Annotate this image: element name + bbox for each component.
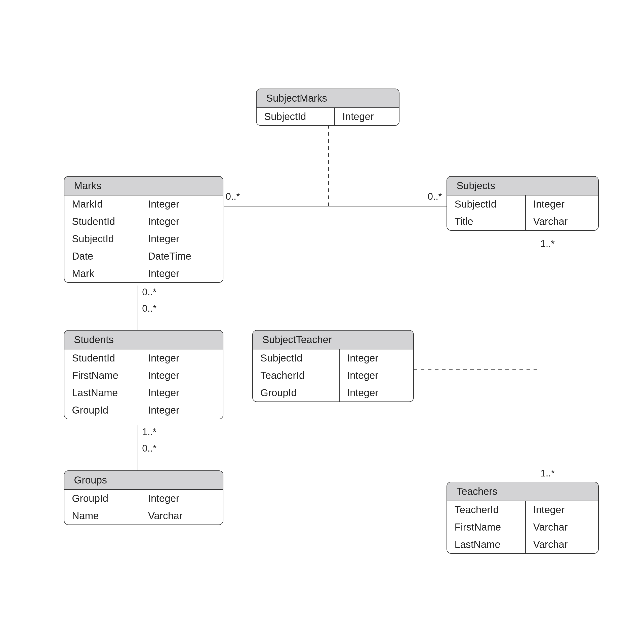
field-type: Integer — [335, 108, 399, 125]
entity-title: SubjectTeacher — [253, 331, 413, 349]
field-name: StudentId — [64, 349, 140, 367]
multiplicity-label: 0..* — [142, 287, 156, 298]
field-type: Integer — [140, 230, 223, 248]
entity-title: Teachers — [447, 482, 598, 501]
field-name: LastName — [447, 536, 525, 553]
multiplicity-label: 0..* — [142, 443, 156, 454]
field-type: Varchar — [526, 213, 598, 230]
field-name: Title — [447, 213, 525, 230]
field-type: Varchar — [526, 536, 598, 553]
field-type: Integer — [140, 401, 223, 419]
field-name: Mark — [64, 265, 140, 282]
entity-title: Groups — [64, 471, 223, 490]
field-name: FirstName — [64, 367, 140, 384]
entity-students: Students StudentId FirstName LastName Gr… — [64, 330, 223, 419]
field-name: GroupId — [64, 490, 140, 507]
entity-teachers: Teachers TeacherId FirstName LastName In… — [447, 482, 599, 554]
field-type: Integer — [340, 384, 413, 401]
field-name: LastName — [64, 384, 140, 401]
field-name: SubjectId — [447, 195, 525, 213]
entity-groups: Groups GroupId Name Integer Varchar — [64, 470, 223, 525]
multiplicity-label: 1..* — [142, 427, 156, 437]
field-name: SubjectId — [257, 108, 334, 125]
field-type: Integer — [140, 384, 223, 401]
field-name: SubjectId — [253, 349, 339, 367]
field-name: TeacherId — [447, 501, 525, 518]
entity-subjects: Subjects SubjectId Title Integer Varchar — [447, 176, 599, 231]
multiplicity-label: 0..* — [428, 191, 442, 202]
field-type: Integer — [140, 265, 223, 282]
entity-subject-teacher: SubjectTeacher SubjectId TeacherId Group… — [252, 330, 414, 402]
entity-title: Marks — [64, 177, 223, 195]
field-type: Integer — [140, 195, 223, 213]
field-name: TeacherId — [253, 367, 339, 384]
field-type: Integer — [140, 367, 223, 384]
field-name: MarkId — [64, 195, 140, 213]
field-type: Integer — [140, 349, 223, 367]
field-type: Integer — [340, 367, 413, 384]
field-name: GroupId — [64, 401, 140, 419]
field-name: Date — [64, 248, 140, 265]
field-type: DateTime — [140, 248, 223, 265]
field-type: Integer — [340, 349, 413, 367]
field-name: StudentId — [64, 213, 140, 230]
field-type: Varchar — [140, 507, 223, 525]
field-name: Name — [64, 507, 140, 525]
field-type: Varchar — [526, 518, 598, 536]
field-type: Integer — [526, 195, 598, 213]
entity-title: SubjectMarks — [257, 89, 399, 108]
field-name: GroupId — [253, 384, 339, 401]
field-type: Integer — [140, 213, 223, 230]
field-name: FirstName — [447, 518, 525, 536]
multiplicity-label: 0..* — [142, 303, 156, 314]
entity-title: Students — [64, 331, 223, 349]
field-type: Integer — [526, 501, 598, 518]
field-name: SubjectId — [64, 230, 140, 248]
field-type: Integer — [140, 490, 223, 507]
multiplicity-label: 1..* — [540, 468, 555, 479]
entity-title: Subjects — [447, 177, 598, 195]
entity-subject-marks: SubjectMarks SubjectId Integer — [256, 89, 399, 126]
entity-marks: Marks MarkId StudentId SubjectId Date Ma… — [64, 176, 223, 283]
multiplicity-label: 0..* — [226, 191, 240, 202]
multiplicity-label: 1..* — [540, 238, 555, 249]
